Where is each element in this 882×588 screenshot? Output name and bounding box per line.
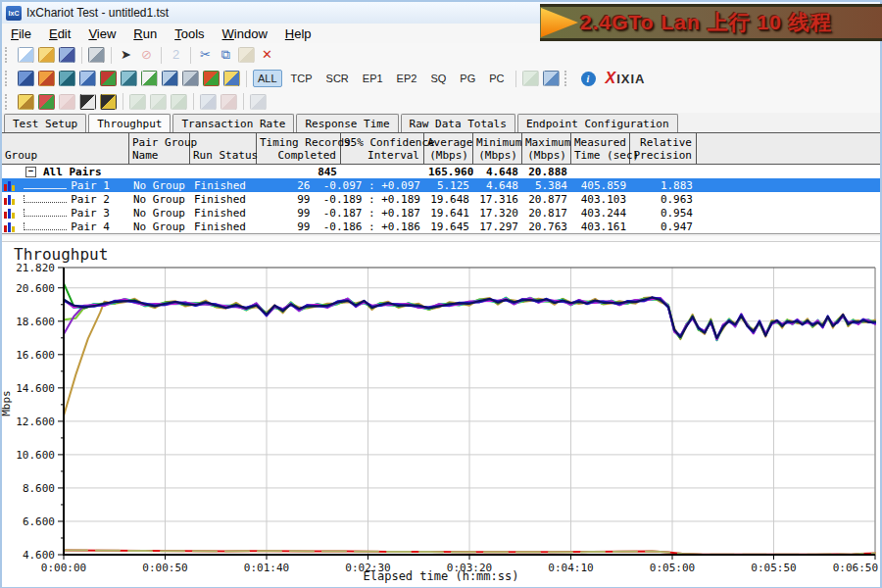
run-status-cell: Finished xyxy=(190,220,257,233)
column-header-filler xyxy=(697,133,880,164)
table-row-pair-2[interactable]: Pair 2No GroupFinished99 -0.189 : +0.189… xyxy=(2,192,880,206)
info-icon[interactable]: i xyxy=(581,72,596,86)
edit-script-icon[interactable] xyxy=(162,71,178,86)
pair-chart-icon xyxy=(4,208,16,219)
group-map-icon[interactable] xyxy=(38,94,55,110)
collapse-icon[interactable]: − xyxy=(25,167,36,177)
menu-item-help[interactable]: Help xyxy=(276,25,320,42)
promo-banner: 2.4GTo Lan 上行 10 线程 xyxy=(540,4,882,41)
toolbar-grip[interactable] xyxy=(5,94,12,110)
table-row-pair-1[interactable]: Pair 1No GroupFinished26 -0.097 : +0.097… xyxy=(2,178,880,192)
maximum-cell: 20.817 xyxy=(522,207,571,220)
disconnect-pairs-icon xyxy=(150,94,167,110)
y-tick-label: 16.600 xyxy=(16,349,55,362)
add-multicast-group-icon[interactable] xyxy=(79,71,96,86)
x-axis-label: Elapsed time (h:mm:ss) xyxy=(2,569,880,583)
toolbar-separator xyxy=(243,93,244,110)
new-group-icon[interactable] xyxy=(18,94,34,110)
table-row-all-pairs[interactable]: −All Pairs845165.9604.64820.888 xyxy=(2,165,880,178)
open-test-icon[interactable] xyxy=(38,47,55,63)
toolbar-grip[interactable] xyxy=(5,47,12,63)
pair-label: Pair 4 xyxy=(67,220,110,233)
column-header-3[interactable]: Timing RecordsCompleted xyxy=(257,133,341,164)
column-header-6[interactable]: Minimum(Mbps) xyxy=(473,133,522,164)
tab-transaction-rate[interactable]: Transaction Rate xyxy=(172,114,294,132)
filter-scr[interactable]: SCR xyxy=(321,70,354,87)
table-row-pair-4[interactable]: Pair 4No GroupFinished99 -0.186 : +0.186… xyxy=(2,220,880,233)
precision-cell: 0.963 xyxy=(630,193,697,206)
column-header-0[interactable]: Group xyxy=(2,133,129,164)
print-icon[interactable] xyxy=(88,47,105,63)
app-icon: IxC xyxy=(6,6,22,21)
toolbar-main: ➤⊘2✂⧉✕ xyxy=(2,43,880,68)
table-row-pair-3[interactable]: Pair 3No GroupFinished99 -0.187 : +0.187… xyxy=(2,206,880,220)
records-cell: 845 xyxy=(257,166,341,178)
filter-tcp[interactable]: TCP xyxy=(286,70,318,87)
renumber-pairs-icon[interactable] xyxy=(223,71,240,86)
ixia-logo-mark: X xyxy=(606,70,616,87)
pair-group-cell: No Group xyxy=(129,207,190,220)
minimum-cell: 4.648 xyxy=(473,166,522,178)
tab-endpoint-configuration[interactable]: Endpoint Configuration xyxy=(517,114,678,132)
filter-ep1[interactable]: EP1 xyxy=(358,70,388,87)
average-cell: 5.125 xyxy=(424,179,473,192)
filter-ep2[interactable]: EP2 xyxy=(392,70,422,87)
copy-icon[interactable]: ⧉ xyxy=(218,47,234,63)
menu-item-window[interactable]: Window xyxy=(214,25,276,42)
finish-flags-icon[interactable] xyxy=(79,94,96,110)
add-hardware-pair-icon[interactable] xyxy=(100,71,117,86)
pair-label: Pair 3 xyxy=(67,207,110,220)
table-header: GroupPair GroupNameRun StatusTiming Reco… xyxy=(2,132,880,165)
toolbar-separator xyxy=(122,93,123,110)
menu-item-view[interactable]: View xyxy=(79,25,124,42)
run-test-icon[interactable]: ➤ xyxy=(118,47,134,63)
tab-response-time[interactable]: Response Time xyxy=(296,114,398,132)
toolbar-grip[interactable] xyxy=(5,71,12,86)
delete-icon[interactable]: ✕ xyxy=(259,47,275,63)
new-test-icon[interactable] xyxy=(18,47,34,63)
add-voip-pair-icon[interactable] xyxy=(38,71,55,86)
toolbar-separator xyxy=(515,71,516,87)
column-header-4[interactable]: 95% ConfidenceInterval xyxy=(341,133,424,164)
tab-test-setup[interactable]: Test Setup xyxy=(4,114,86,132)
add-video-pair-icon[interactable] xyxy=(59,71,75,86)
maximum-cell: 20.763 xyxy=(522,220,571,233)
menu-item-tools[interactable]: Tools xyxy=(166,25,213,42)
toolbar-separator xyxy=(246,71,247,87)
average-cell: 19.645 xyxy=(424,220,473,233)
upload-results-icon[interactable] xyxy=(543,71,560,86)
column-header-5[interactable]: Average(Mbps) xyxy=(424,133,473,164)
y-tick-label: 20.600 xyxy=(16,282,55,295)
menu-item-run[interactable]: Run xyxy=(124,25,166,42)
y-tick-label: 6.600 xyxy=(23,515,55,528)
filter-all[interactable]: ALL xyxy=(253,70,282,87)
column-header-7[interactable]: Maximum(Mbps) xyxy=(522,133,571,164)
menu-item-edit[interactable]: Edit xyxy=(40,25,79,42)
replicate-pair-icon[interactable] xyxy=(203,71,220,86)
cut-icon[interactable]: ✂ xyxy=(197,47,214,63)
menu-item-file[interactable]: File xyxy=(2,25,40,42)
edit-pair-icon[interactable] xyxy=(141,71,158,86)
column-header-1[interactable]: Pair GroupName xyxy=(129,133,190,164)
toolbar-grip[interactable] xyxy=(564,71,571,86)
add-pair-icon[interactable] xyxy=(18,71,34,86)
pair-link-icon xyxy=(200,94,217,110)
rerun-test-icon: 2 xyxy=(168,47,184,63)
add-voip-hardware-pair-icon[interactable] xyxy=(121,71,137,86)
filter-sq[interactable]: SQ xyxy=(425,70,451,87)
column-header-9[interactable]: RelativePrecision xyxy=(630,133,697,164)
filter-pg[interactable]: PG xyxy=(455,70,480,87)
pair-chart-icon xyxy=(4,194,16,205)
maximum-cell: 20.877 xyxy=(522,193,571,206)
save-test-icon[interactable] xyxy=(59,47,75,63)
column-header-8[interactable]: MeasuredTime (sec) xyxy=(571,133,630,164)
filter-pc[interactable]: PC xyxy=(484,70,509,87)
average-cell: 19.648 xyxy=(424,193,473,206)
annotate-flag-icon[interactable] xyxy=(100,94,117,110)
tab-throughput[interactable]: Throughput xyxy=(88,114,171,133)
table-bottom-border xyxy=(2,233,880,236)
column-header-2[interactable]: Run Status xyxy=(190,133,257,164)
tab-raw-data-totals[interactable]: Raw Data Totals xyxy=(401,114,515,132)
run-status-cell: Finished xyxy=(190,193,257,206)
swap-endpoints-icon[interactable] xyxy=(182,71,199,86)
